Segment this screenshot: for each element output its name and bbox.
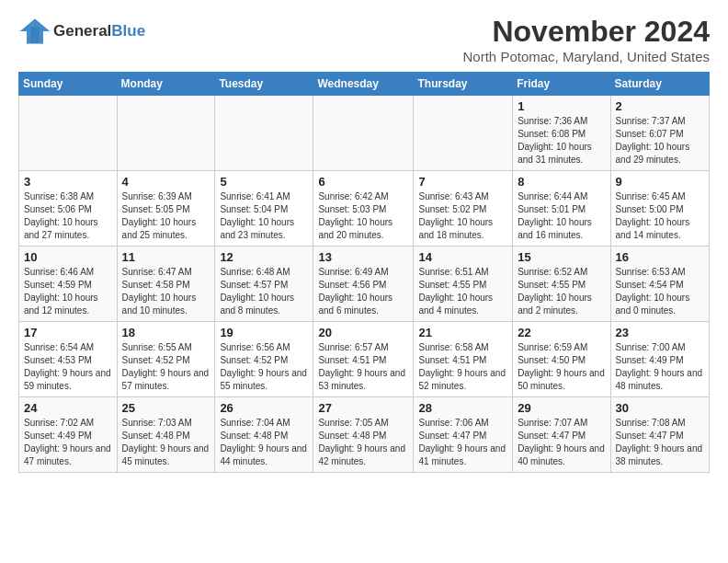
day-number: 2 (616, 99, 704, 113)
day-info: Sunrise: 7:37 AM Sunset: 6:07 PM Dayligh… (616, 115, 704, 167)
day-number: 29 (518, 401, 605, 415)
header: GeneralBlue November 2024 North Potomac,… (18, 15, 710, 64)
day-number: 19 (220, 326, 308, 339)
day-number: 24 (24, 401, 112, 415)
calendar-cell: 6Sunrise: 6:42 AM Sunset: 5:03 PM Daylig… (313, 171, 414, 247)
location-title: North Potomac, Maryland, United States (463, 49, 710, 64)
day-info: Sunrise: 6:51 AM Sunset: 4:55 PM Dayligh… (418, 266, 507, 317)
calendar-week-row: 24Sunrise: 7:02 AM Sunset: 4:49 PM Dayli… (19, 397, 710, 473)
calendar-week-row: 3Sunrise: 6:38 AM Sunset: 5:06 PM Daylig… (19, 171, 710, 247)
calendar-header-row: SundayMondayTuesdayWednesdayThursdayFrid… (19, 73, 710, 96)
calendar-week-row: 17Sunrise: 6:54 AM Sunset: 4:53 PM Dayli… (19, 322, 710, 397)
day-info: Sunrise: 6:45 AM Sunset: 5:00 PM Dayligh… (616, 190, 704, 242)
day-info: Sunrise: 6:54 AM Sunset: 4:53 PM Dayligh… (24, 341, 112, 393)
logo-icon (18, 15, 51, 48)
calendar-cell: 11Sunrise: 6:47 AM Sunset: 4:58 PM Dayli… (117, 247, 215, 322)
day-header-thursday: Thursday (414, 73, 513, 96)
day-header-sunday: Sunday (19, 73, 118, 96)
day-number: 3 (24, 175, 112, 189)
day-number: 22 (518, 326, 605, 339)
day-number: 26 (220, 401, 308, 415)
day-info: Sunrise: 6:44 AM Sunset: 5:01 PM Dayligh… (518, 190, 605, 242)
calendar-cell: 21Sunrise: 6:58 AM Sunset: 4:51 PM Dayli… (414, 322, 513, 397)
calendar-cell: 29Sunrise: 7:07 AM Sunset: 4:47 PM Dayli… (513, 397, 610, 473)
day-info: Sunrise: 6:56 AM Sunset: 4:52 PM Dayligh… (220, 341, 308, 393)
calendar-table: SundayMondayTuesdayWednesdayThursdayFrid… (18, 72, 710, 473)
day-header-saturday: Saturday (610, 73, 709, 96)
logo-blue-text: Blue (111, 22, 145, 40)
calendar-cell (414, 96, 513, 171)
calendar-cell: 10Sunrise: 6:46 AM Sunset: 4:59 PM Dayli… (19, 247, 118, 322)
day-header-wednesday: Wednesday (313, 73, 414, 96)
day-info: Sunrise: 7:06 AM Sunset: 4:47 PM Dayligh… (418, 417, 507, 468)
day-number: 6 (318, 175, 408, 189)
calendar-cell: 1Sunrise: 7:36 AM Sunset: 6:08 PM Daylig… (513, 96, 610, 171)
day-header-monday: Monday (117, 73, 215, 96)
day-info: Sunrise: 6:39 AM Sunset: 5:05 PM Dayligh… (122, 190, 210, 242)
day-info: Sunrise: 6:58 AM Sunset: 4:51 PM Dayligh… (418, 341, 507, 393)
calendar-cell: 19Sunrise: 6:56 AM Sunset: 4:52 PM Dayli… (215, 322, 313, 397)
calendar-week-row: 1Sunrise: 7:36 AM Sunset: 6:08 PM Daylig… (19, 96, 710, 171)
calendar-cell: 20Sunrise: 6:57 AM Sunset: 4:51 PM Dayli… (313, 322, 414, 397)
calendar-cell: 25Sunrise: 7:03 AM Sunset: 4:48 PM Dayli… (117, 397, 215, 473)
calendar-cell: 27Sunrise: 7:05 AM Sunset: 4:48 PM Dayli… (313, 397, 414, 473)
month-title: November 2024 (463, 15, 710, 49)
calendar-cell: 8Sunrise: 6:44 AM Sunset: 5:01 PM Daylig… (513, 171, 610, 247)
day-number: 30 (616, 401, 704, 415)
calendar-cell (215, 96, 313, 171)
day-info: Sunrise: 7:03 AM Sunset: 4:48 PM Dayligh… (122, 417, 210, 468)
day-info: Sunrise: 6:48 AM Sunset: 4:57 PM Dayligh… (220, 266, 308, 317)
day-info: Sunrise: 7:00 AM Sunset: 4:49 PM Dayligh… (616, 341, 704, 393)
day-info: Sunrise: 6:42 AM Sunset: 5:03 PM Dayligh… (318, 190, 408, 242)
day-number: 21 (418, 326, 507, 339)
day-number: 23 (616, 326, 704, 339)
day-number: 11 (122, 250, 210, 264)
calendar-cell: 5Sunrise: 6:41 AM Sunset: 5:04 PM Daylig… (215, 171, 313, 247)
day-number: 18 (122, 326, 210, 339)
day-info: Sunrise: 6:55 AM Sunset: 4:52 PM Dayligh… (122, 341, 210, 393)
day-number: 28 (418, 401, 507, 415)
day-number: 1 (518, 99, 605, 113)
day-info: Sunrise: 6:41 AM Sunset: 5:04 PM Dayligh… (220, 190, 308, 242)
day-number: 17 (24, 326, 112, 339)
day-info: Sunrise: 7:36 AM Sunset: 6:08 PM Dayligh… (518, 115, 605, 167)
day-number: 4 (122, 175, 210, 189)
calendar-week-row: 10Sunrise: 6:46 AM Sunset: 4:59 PM Dayli… (19, 247, 710, 322)
calendar-cell: 15Sunrise: 6:52 AM Sunset: 4:55 PM Dayli… (513, 247, 610, 322)
calendar-cell: 30Sunrise: 7:08 AM Sunset: 4:47 PM Dayli… (610, 397, 709, 473)
day-info: Sunrise: 6:49 AM Sunset: 4:56 PM Dayligh… (318, 266, 408, 317)
day-number: 14 (418, 250, 507, 264)
calendar-cell: 7Sunrise: 6:43 AM Sunset: 5:02 PM Daylig… (414, 171, 513, 247)
calendar-cell (117, 96, 215, 171)
calendar-cell: 9Sunrise: 6:45 AM Sunset: 5:00 PM Daylig… (610, 171, 709, 247)
calendar-cell: 13Sunrise: 6:49 AM Sunset: 4:56 PM Dayli… (313, 247, 414, 322)
day-number: 13 (318, 250, 408, 264)
calendar-cell: 2Sunrise: 7:37 AM Sunset: 6:07 PM Daylig… (610, 96, 709, 171)
day-number: 16 (616, 250, 704, 264)
day-info: Sunrise: 6:38 AM Sunset: 5:06 PM Dayligh… (24, 190, 112, 242)
day-info: Sunrise: 7:07 AM Sunset: 4:47 PM Dayligh… (518, 417, 605, 468)
title-area: November 2024 North Potomac, Maryland, U… (463, 15, 710, 64)
calendar-cell: 22Sunrise: 6:59 AM Sunset: 4:50 PM Dayli… (513, 322, 610, 397)
day-info: Sunrise: 6:53 AM Sunset: 4:54 PM Dayligh… (616, 266, 704, 317)
day-info: Sunrise: 6:59 AM Sunset: 4:50 PM Dayligh… (518, 341, 605, 393)
calendar-cell: 12Sunrise: 6:48 AM Sunset: 4:57 PM Dayli… (215, 247, 313, 322)
calendar-cell (313, 96, 414, 171)
day-info: Sunrise: 7:05 AM Sunset: 4:48 PM Dayligh… (318, 417, 408, 468)
logo: GeneralBlue (18, 15, 145, 48)
calendar-cell: 18Sunrise: 6:55 AM Sunset: 4:52 PM Dayli… (117, 322, 215, 397)
day-number: 20 (318, 326, 408, 339)
day-number: 12 (220, 250, 308, 264)
day-header-friday: Friday (513, 73, 610, 96)
calendar-cell (19, 96, 118, 171)
logo-general-text: General (53, 22, 111, 40)
calendar-cell: 4Sunrise: 6:39 AM Sunset: 5:05 PM Daylig… (117, 171, 215, 247)
calendar-cell: 24Sunrise: 7:02 AM Sunset: 4:49 PM Dayli… (19, 397, 118, 473)
day-number: 15 (518, 250, 605, 264)
day-info: Sunrise: 6:52 AM Sunset: 4:55 PM Dayligh… (518, 266, 605, 317)
day-number: 27 (318, 401, 408, 415)
calendar-cell: 28Sunrise: 7:06 AM Sunset: 4:47 PM Dayli… (414, 397, 513, 473)
calendar-cell: 14Sunrise: 6:51 AM Sunset: 4:55 PM Dayli… (414, 247, 513, 322)
day-info: Sunrise: 7:08 AM Sunset: 4:47 PM Dayligh… (616, 417, 704, 468)
day-info: Sunrise: 6:43 AM Sunset: 5:02 PM Dayligh… (418, 190, 507, 242)
